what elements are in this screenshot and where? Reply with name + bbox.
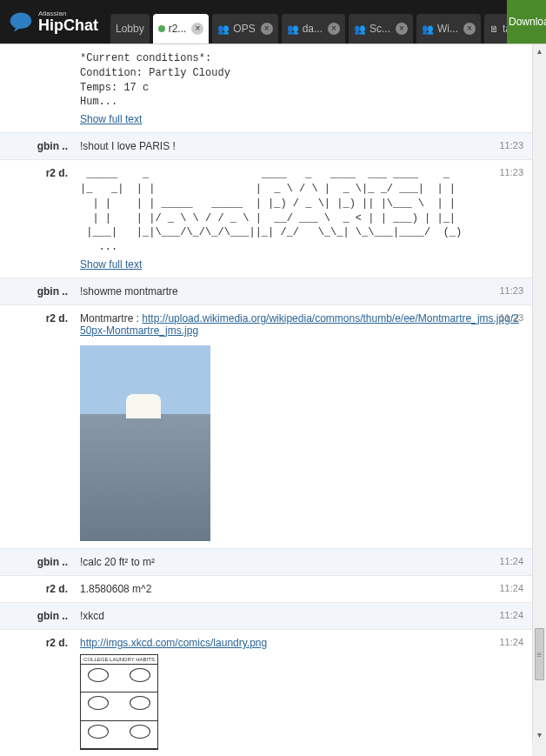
sender: gbin ..: [0, 133, 75, 159]
xkcd-comic-image[interactable]: COLLEGE LAUNDRY HABITS: [80, 654, 158, 750]
message-content: 11:24 !calc 20 ft² to m²: [75, 549, 532, 575]
message-row: r2 d. 11:24 http://imgs.xkcd.com/comics/…: [0, 630, 532, 756]
message-body: 1.8580608 m^2: [80, 583, 523, 595]
close-icon[interactable]: ×: [463, 23, 476, 35]
ascii-art: _____ _ ____ _ ____ ___ ____ _ |_ _| | |…: [80, 167, 523, 255]
tab-label: da...: [303, 23, 323, 35]
message-row: r2 d. 11:24 1.8580608 m^2: [0, 576, 532, 603]
message-body: *Current conditions*: Condition: Partly …: [80, 51, 523, 110]
tab-sc[interactable]: 👥 Sc... ×: [349, 14, 413, 43]
tab-label: Wi...: [437, 23, 458, 35]
tab-label: Lobby: [116, 23, 144, 35]
sender: gbin ..: [0, 549, 75, 575]
sender: gbin ..: [0, 278, 75, 304]
montmartre-image[interactable]: [80, 345, 210, 541]
message-content: 11:24 !xkcd: [75, 603, 532, 629]
hipchat-logo-icon: [9, 10, 33, 34]
tab-ops[interactable]: 👥 OPS ×: [212, 14, 277, 43]
vertical-scrollbar[interactable]: ▴ ▾: [532, 44, 546, 742]
sender: [0, 44, 75, 132]
message-row: r2 d. 11:23 _____ _ ____ _ ____ ___ ____…: [0, 160, 532, 278]
logo: Atlassian HipChat: [0, 0, 110, 43]
image-url-link[interactable]: http://upload.wikimedia.org/wikipedia/co…: [80, 312, 519, 337]
close-icon[interactable]: ×: [328, 23, 340, 35]
message-body: !shout I love PARIS !: [80, 140, 523, 152]
message-list: *Current conditions*: Condition: Partly …: [0, 44, 532, 756]
message-row: r2 d. 11:23 Montmartre : http://upload.w…: [0, 305, 532, 549]
timestamp: 11:24: [499, 610, 523, 620]
close-icon[interactable]: ×: [191, 23, 203, 35]
sender: r2 d.: [0, 630, 75, 756]
scroll-up-button[interactable]: ▴: [533, 44, 546, 58]
resize-grip[interactable]: [532, 742, 546, 756]
message-content: 11:24 http://imgs.xkcd.com/comics/laundr…: [75, 630, 532, 756]
timestamp: 11:24: [499, 556, 523, 566]
tab-wi[interactable]: 👥 Wi... ×: [416, 14, 481, 43]
timestamp: 11:23: [499, 285, 523, 296]
people-icon: 👥: [217, 23, 230, 35]
tab-bar: Lobby r2... × 👥 OPS × 👥 da... × 👥 Sc... …: [110, 0, 546, 43]
main-area: *Current conditions*: Condition: Partly …: [0, 43, 546, 756]
tab-label: OPS: [233, 23, 255, 35]
timestamp: 11:23: [499, 312, 523, 323]
timestamp: 11:23: [499, 167, 523, 177]
scroll-track[interactable]: [533, 58, 546, 728]
brand-main: HipChat: [38, 17, 98, 33]
message-row: gbin .. 11:24 !calc 20 ft² to m²: [0, 549, 532, 576]
tab-da[interactable]: 👥 da... ×: [282, 14, 345, 43]
message-row: gbin .. 11:23 !showme montmartre: [0, 278, 532, 305]
show-full-link[interactable]: Show full text: [80, 258, 142, 271]
message-body: Montmartre : http://upload.wikimedia.org…: [80, 312, 523, 337]
download-link[interactable]: Download: [507, 0, 546, 43]
people-icon: 👥: [422, 23, 434, 35]
sender: r2 d.: [0, 160, 75, 278]
message-row: *Current conditions*: Condition: Partly …: [0, 44, 532, 133]
message-content: *Current conditions*: Condition: Partly …: [75, 44, 532, 132]
message-content: 11:23 !shout I love PARIS !: [75, 133, 532, 159]
doc-icon: 🗎: [489, 23, 499, 34]
tab-label: Sc...: [370, 23, 390, 35]
show-full-link[interactable]: Show full text: [80, 113, 142, 125]
close-icon[interactable]: ×: [396, 23, 408, 35]
people-icon: 👥: [354, 23, 366, 35]
timestamp: 11:24: [499, 583, 523, 593]
sender: r2 d.: [0, 576, 75, 602]
scroll-down-button[interactable]: ▾: [533, 728, 546, 742]
message-body: !calc 20 ft² to m²: [80, 556, 523, 568]
message-body: !showme montmartre: [80, 285, 523, 298]
sender: r2 d.: [0, 305, 75, 548]
message-content: 11:23 !showme montmartre: [75, 278, 532, 304]
comic-url-link[interactable]: http://imgs.xkcd.com/comics/laundry.png: [80, 637, 267, 649]
tab-r2[interactable]: r2... ×: [153, 14, 210, 43]
tab-label: r2...: [169, 23, 187, 35]
close-icon[interactable]: ×: [261, 23, 273, 35]
presence-icon: [158, 25, 165, 32]
timestamp: 11:23: [499, 140, 523, 151]
message-content: 11:24 1.8580608 m^2: [75, 576, 532, 602]
scroll-thumb[interactable]: [535, 628, 544, 680]
message-body: !xkcd: [80, 610, 523, 622]
top-bar: Atlassian HipChat Lobby r2... × 👥 OPS × …: [0, 0, 546, 43]
message-row: gbin .. 11:24 !xkcd: [0, 603, 532, 630]
people-icon: 👥: [287, 23, 299, 35]
message-content: 11:23 Montmartre : http://upload.wikimed…: [75, 305, 532, 548]
message-content: 11:23 _____ _ ____ _ ____ ___ ____ _ |_ …: [75, 160, 532, 278]
message-row: gbin .. 11:23 !shout I love PARIS !: [0, 133, 532, 160]
timestamp: 11:24: [499, 637, 523, 647]
sender: gbin ..: [0, 603, 75, 629]
tab-lobby[interactable]: Lobby: [110, 14, 150, 43]
